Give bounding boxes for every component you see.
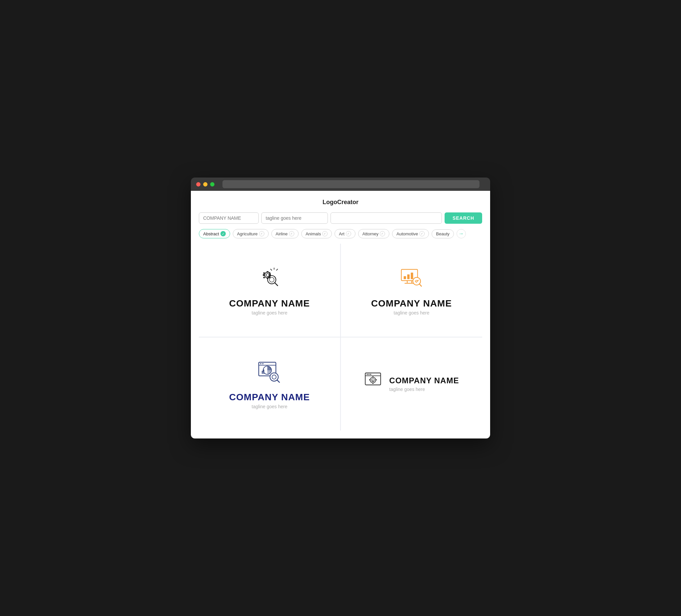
svg-rect-45: [369, 379, 370, 380]
logo-tagline-1: tagline goes here: [252, 310, 287, 315]
minimize-button[interactable]: [203, 182, 207, 186]
svg-rect-20: [404, 276, 406, 279]
svg-rect-4: [263, 274, 264, 276]
filter-chip-airline[interactable]: Airline: [271, 229, 299, 238]
logo-card-2[interactable]: COMPANY NAME tagline goes here: [341, 244, 482, 337]
filter-label-automotive: Automotive: [396, 231, 418, 236]
logo-company-name-4: COMPANY NAME: [389, 376, 459, 385]
company-name-input[interactable]: [199, 212, 259, 224]
svg-rect-44: [372, 383, 373, 384]
filter-label-art: Art: [339, 231, 345, 236]
filter-chip-agriculture[interactable]: Agriculture: [233, 229, 269, 238]
check-icon-abstract: [221, 231, 226, 236]
logo-card-3[interactable]: COMPANY NAME tagline goes here: [199, 337, 340, 431]
svg-point-39: [370, 374, 371, 375]
maximize-button[interactable]: [210, 182, 215, 186]
svg-rect-21: [407, 274, 409, 279]
titlebar: [191, 178, 490, 191]
logo-icon-1: [256, 265, 283, 293]
logo-card-1[interactable]: COMPANY NAME tagline goes here: [199, 244, 340, 337]
svg-line-34: [277, 380, 279, 382]
svg-point-14: [269, 277, 274, 282]
filter-label-beauty: Beauty: [436, 231, 449, 236]
svg-rect-22: [411, 273, 413, 279]
svg-rect-2: [267, 271, 268, 273]
browser-window: LogoCreator SEARCH Abstract Agriculture …: [191, 178, 490, 438]
svg-line-11: [276, 269, 278, 270]
logo-icon-4: $: [364, 371, 384, 392]
svg-point-1: [266, 274, 269, 277]
logo-icon-2: [398, 265, 425, 293]
filter-label-attorney: Attorney: [362, 231, 378, 236]
svg-point-28: [262, 363, 263, 364]
logo-grid: COMPANY NAME tagline goes here: [199, 244, 482, 431]
svg-text:$: $: [372, 379, 374, 382]
svg-point-27: [260, 363, 261, 364]
svg-line-24: [419, 284, 421, 286]
logo-tagline-4: tagline goes here: [389, 387, 459, 392]
search-button[interactable]: SEARCH: [445, 212, 482, 224]
filter-chip-art[interactable]: Art: [334, 229, 355, 238]
filter-bar: Abstract Agriculture Airline Animals Art…: [199, 229, 482, 238]
filter-next-button[interactable]: →: [457, 229, 466, 238]
logo-icon-3: [256, 359, 283, 387]
close-button[interactable]: [196, 182, 201, 186]
logo-company-name-3: COMPANY NAME: [229, 392, 310, 403]
check-icon-art: [346, 231, 351, 236]
check-icon-airline: [289, 231, 294, 236]
filter-chip-animals[interactable]: Animals: [301, 229, 332, 238]
check-icon-automotive: [419, 231, 425, 236]
logo-text-group-4: COMPANY NAME tagline goes here: [389, 376, 459, 392]
svg-rect-8: [263, 277, 265, 279]
filter-label-agriculture: Agriculture: [237, 231, 258, 236]
url-bar[interactable]: [223, 180, 479, 188]
logo-card-4[interactable]: $ COMPANY NAME tagline goes here: [341, 337, 482, 431]
filter-chip-automotive[interactable]: Automotive: [392, 229, 429, 238]
svg-point-37: [367, 374, 368, 375]
app-content: LogoCreator SEARCH Abstract Agriculture …: [191, 191, 490, 438]
svg-point-38: [368, 374, 369, 375]
svg-line-15: [275, 283, 278, 286]
logo-company-name-1: COMPANY NAME: [229, 298, 310, 309]
extra-input[interactable]: [330, 212, 442, 224]
filter-label-abstract: Abstract: [203, 231, 219, 236]
filter-label-animals: Animals: [306, 231, 321, 236]
check-icon-animals: [322, 231, 328, 236]
filter-chip-attorney[interactable]: Attorney: [358, 229, 389, 238]
filter-chip-beauty[interactable]: Beauty: [432, 229, 454, 238]
svg-rect-46: [375, 379, 376, 380]
svg-rect-43: [372, 376, 373, 377]
tagline-input[interactable]: [261, 212, 328, 224]
svg-line-12: [270, 269, 272, 270]
app-title: LogoCreator: [199, 199, 482, 206]
check-icon-agriculture: [259, 231, 264, 236]
check-icon-attorney: [380, 231, 385, 236]
logo-tagline-3: tagline goes here: [252, 404, 287, 409]
logo-company-name-2: COMPANY NAME: [371, 298, 452, 309]
logo-tagline-2: tagline goes here: [394, 310, 429, 315]
filter-label-airline: Airline: [276, 231, 287, 236]
search-bar: SEARCH: [199, 212, 482, 224]
filter-chip-abstract[interactable]: Abstract: [199, 229, 230, 238]
